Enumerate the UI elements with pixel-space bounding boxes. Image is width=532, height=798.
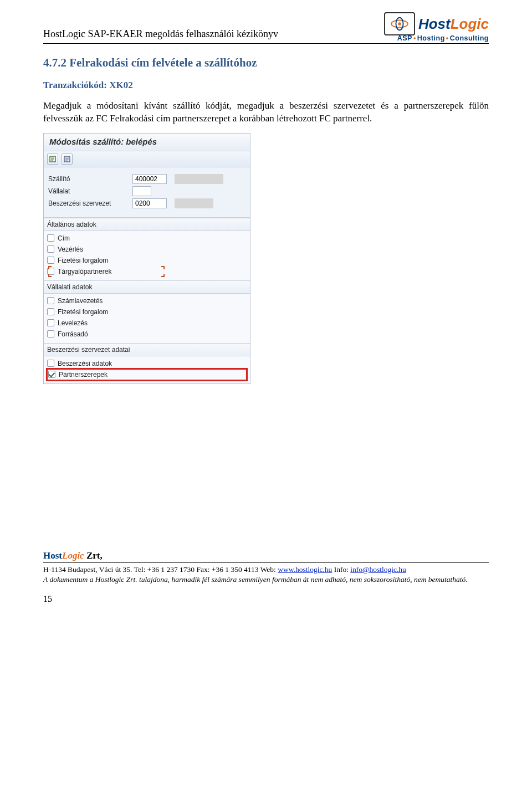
section-body: Megadjuk a módosítani kívánt szállító kó… bbox=[43, 100, 489, 125]
sap-header-fields: Szállító Vállalat Beszerzési szervezet bbox=[44, 167, 250, 218]
checkbox-label-targyalopartnerek: Tárgyalópartnerek bbox=[58, 268, 111, 275]
field-label-besz: Beszerzési szervezet bbox=[48, 200, 132, 207]
checkbox-label-fizetesi-c: Fizetési forgalom bbox=[58, 308, 108, 316]
logo-subline: ASP•Hosting•Consulting bbox=[384, 34, 489, 42]
field-input-szallito[interactable] bbox=[132, 174, 167, 184]
checkbox-vezerles[interactable] bbox=[47, 245, 54, 253]
checkbox-label-beszerzesi-adatok: Beszerzési adatok bbox=[58, 360, 112, 367]
checkbox-label-fizetesi: Fizetési forgalom bbox=[58, 257, 108, 264]
group-title-general: Általános adatok bbox=[44, 218, 250, 231]
logo-host-text: Host bbox=[418, 16, 451, 32]
masked-block bbox=[175, 174, 223, 184]
checkbox-cim[interactable] bbox=[47, 234, 54, 242]
masked-block bbox=[175, 198, 213, 208]
transaction-code: Tranzakciókód: XK02 bbox=[43, 80, 489, 91]
page-footer: HostLogic Zrt, H-1134 Budapest, Váci út … bbox=[43, 550, 489, 604]
selection-marker-icon bbox=[161, 266, 165, 269]
checkbox-targyalopartnerek[interactable] bbox=[47, 268, 54, 275]
checkbox-label-forrasado: Forrásadó bbox=[58, 330, 88, 338]
checkbox-forrasado[interactable] bbox=[47, 330, 54, 337]
checkbox-label-vezerles: Vezérlés bbox=[58, 245, 83, 253]
group-purch-org: Beszerzési szervezet adatai Beszerzési a… bbox=[44, 343, 250, 383]
checkbox-label-partnerszerepek: Partnerszerepek bbox=[59, 371, 108, 378]
page-number: 15 bbox=[43, 594, 489, 604]
checkbox-label-szamlavezetes: Számlavezetés bbox=[58, 297, 103, 305]
footer-divider bbox=[43, 562, 489, 563]
group-title-purch-org: Beszerzési szervezet adatai bbox=[44, 344, 250, 356]
field-label-szallito: Szállító bbox=[48, 175, 132, 183]
logo: HostLogic ASP•Hosting•Consulting bbox=[384, 12, 489, 42]
sap-screen: Módosítás szállító: belépés Szállító Vál… bbox=[43, 133, 250, 384]
toolbar-button-1[interactable] bbox=[47, 154, 58, 165]
field-input-besz[interactable] bbox=[132, 198, 167, 208]
checkbox-levelezes[interactable] bbox=[47, 319, 54, 326]
sap-window-title: Módosítás szállító: belépés bbox=[44, 134, 250, 151]
footer-address: H-1134 Budapest, Váci út 35. Tel: +36 1 … bbox=[43, 565, 489, 574]
checkbox-fizetesi[interactable] bbox=[47, 257, 54, 264]
header-divider bbox=[43, 43, 489, 44]
section-heading: 4.7.2 Felrakodási cím felvétele a szállí… bbox=[43, 56, 489, 70]
footer-email-link[interactable]: info@hostlogic.hu bbox=[350, 565, 406, 574]
group-title-company: Vállalati adatok bbox=[44, 281, 250, 294]
doc-header-title: HostLogic SAP-EKAER megoldás felhasználó… bbox=[43, 28, 278, 42]
page-header: HostLogic SAP-EKAER megoldás felhasználó… bbox=[43, 12, 489, 42]
svg-point-2 bbox=[398, 22, 401, 25]
footer-web-link[interactable]: www.hostlogic.hu bbox=[278, 565, 332, 574]
footer-brand: HostLogic Zrt, bbox=[43, 550, 489, 561]
checkbox-partnerszerepek[interactable] bbox=[48, 371, 55, 378]
checkbox-label-cim: Cím bbox=[58, 234, 70, 242]
logo-mark-icon bbox=[384, 12, 415, 35]
field-label-vallalat: Vállalat bbox=[48, 187, 132, 195]
selection-marker-icon bbox=[161, 274, 165, 277]
checkbox-beszerzesi-adatok[interactable] bbox=[47, 360, 54, 367]
toolbar-button-2[interactable] bbox=[62, 154, 73, 165]
group-general: Általános adatok Cím Vezérlés Fizetési f… bbox=[44, 218, 250, 280]
footer-disclaimer: A dokumentum a Hostlogic Zrt. tulajdona,… bbox=[43, 575, 489, 584]
field-input-vallalat[interactable] bbox=[132, 186, 151, 196]
checkbox-fizetesi-c[interactable] bbox=[47, 308, 54, 315]
checkbox-label-levelezes: Levelezés bbox=[58, 319, 88, 327]
group-company: Vállalati adatok Számlavezetés Fizetési … bbox=[44, 280, 250, 343]
logo-logic-text: Logic bbox=[451, 16, 489, 32]
sap-toolbar bbox=[44, 151, 250, 167]
checkbox-szamlavezetes[interactable] bbox=[47, 297, 54, 304]
